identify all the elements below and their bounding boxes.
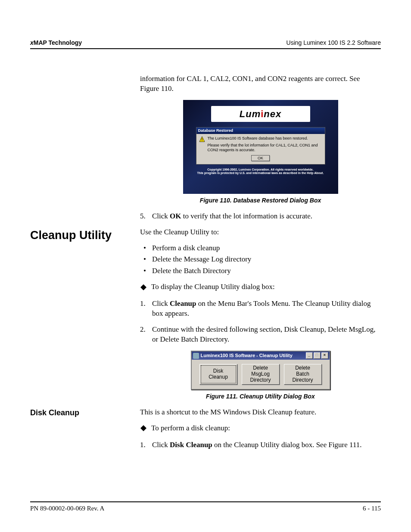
heading-cleanup-utility: Cleanup Utility xyxy=(30,227,140,408)
luminex-logo: Luminex xyxy=(211,106,310,122)
close-button[interactable]: × xyxy=(321,352,328,359)
svg-marker-3 xyxy=(140,425,146,431)
disk-cleanup-lead-in-text: To perform a disk cleanup: xyxy=(151,423,230,433)
cleanup-step-1-bold: Cleanup xyxy=(170,299,196,308)
step-5-bold: OK xyxy=(170,212,181,220)
header-tech-text: MAP Technology xyxy=(34,39,82,46)
delete-batch-button[interactable]: Delete Batch Directory xyxy=(284,364,322,385)
copyright-line-1: Copyright 1996-2002, Luminex Corporation… xyxy=(197,168,324,171)
disk-cleanup-step-1-post: on the Cleanup Utility dialog box. See F… xyxy=(212,441,362,449)
cleanup-bullet-1: Perform a disk cleanup xyxy=(140,243,381,253)
cleanup-step-2-text: Continue with the desired following sect… xyxy=(152,325,375,343)
header-x-italic: x xyxy=(30,39,34,46)
footer-right: 6 - 115 xyxy=(363,504,381,513)
intro-continuation: information for CAL 1, CAL2, CON1, and C… xyxy=(140,74,381,94)
step-5-post: to verify that the lot information is ac… xyxy=(181,212,312,220)
svg-text:!: ! xyxy=(201,137,202,142)
step-5: 5. Click OK to verify that the lot infor… xyxy=(140,212,381,221)
logo-suf: nex xyxy=(264,109,281,119)
disk-cleanup-step-1-bold: Disk Cleanup xyxy=(170,441,212,449)
figure-110-caption: Figure 110. Database Restored Dialog Box xyxy=(140,196,381,205)
disk-cleanup-lead-in: To perform a disk cleanup: xyxy=(140,423,381,433)
splash-copyright: Copyright 1996-2002, Luminex Corporation… xyxy=(197,168,324,174)
disk-cleanup-step-1: 1. Click Disk Cleanup on the Cleanup Uti… xyxy=(140,440,381,450)
procedure-lead-in-text: To display the Cleanup Utility dialog bo… xyxy=(151,282,275,292)
warning-icon: ! xyxy=(199,136,205,142)
diamond-icon xyxy=(140,284,147,291)
procedure-lead-in: To display the Cleanup Utility dialog bo… xyxy=(140,282,381,292)
step-5-number: 5. xyxy=(140,212,146,221)
header-right: Using Luminex 100 IS 2.2 Software xyxy=(286,39,381,47)
delete-msglog-button[interactable]: Delete MsgLog Directory xyxy=(242,364,280,385)
disk-cleanup-intro: This is a shortcut to the MS Windows Dis… xyxy=(140,408,381,417)
running-header: xMAP Technology Using Luminex 100 IS 2.2… xyxy=(30,39,381,49)
copyright-line-2: This program is protected by U.S. and in… xyxy=(197,171,324,175)
delete-msglog-button-label: Delete MsgLog Directory xyxy=(250,365,271,383)
cleanup-bullet-3: Delete the Batch Directory xyxy=(140,266,381,276)
header-tech: xMAP Technology xyxy=(30,39,82,47)
figure-110: Luminex Database Restored ! The Luminex1… xyxy=(140,100,381,194)
dialog-line-1: The Luminex100 IS Software database has … xyxy=(208,136,308,141)
diamond-icon xyxy=(140,425,147,432)
cleanup-step-1: 1. Click Cleanup on the Menu Bar's Tools… xyxy=(140,299,381,319)
disk-cleanup-step-1-num: 1. xyxy=(140,440,146,450)
dialog-line-2: Please verify that the lot information f… xyxy=(208,143,322,152)
figure-111-caption: Figure 111. Cleanup Utility Dialog Box xyxy=(140,392,381,401)
window-title-text: Luminex100 IS Software - Cleanup Utility xyxy=(201,352,293,359)
window-titlebar: Luminex100 IS Software - Cleanup Utility… xyxy=(192,352,330,360)
logo-pre: Lum xyxy=(240,109,261,119)
database-restored-dialog: Database Restored ! The Luminex100 IS So… xyxy=(196,127,325,165)
cleanup-step-2-num: 2. xyxy=(140,325,146,335)
disk-cleanup-button-label: Disk Cleanup xyxy=(209,368,228,380)
app-icon xyxy=(193,353,199,359)
cleanup-utility-window: Luminex100 IS Software - Cleanup Utility… xyxy=(191,351,330,390)
cleanup-step-1-pre: Click xyxy=(152,299,170,308)
running-footer: PN 89-00002-00-069 Rev. A 6 - 115 xyxy=(30,501,381,513)
cleanup-bullet-2: Delete the Message Log directory xyxy=(140,255,381,264)
fig110-splash: Luminex Database Restored ! The Luminex1… xyxy=(183,100,338,194)
step-5-pre: Click xyxy=(152,212,170,220)
cleanup-step-2: 2. Continue with the desired following s… xyxy=(140,325,381,345)
disk-cleanup-step-1-pre: Click xyxy=(152,441,170,449)
svg-marker-2 xyxy=(140,284,146,290)
maximize-button[interactable]: □ xyxy=(314,352,321,359)
disk-cleanup-button[interactable]: Disk Cleanup xyxy=(199,364,237,385)
cleanup-step-1-num: 1. xyxy=(140,299,146,309)
ok-button[interactable]: OK xyxy=(251,155,270,161)
heading-disk-cleanup: Disk Cleanup xyxy=(30,408,140,456)
footer-left: PN 89-00002-00-069 Rev. A xyxy=(30,504,104,513)
cleanup-intro: Use the Cleanup Utility to: xyxy=(140,227,381,237)
dialog-title: Database Restored xyxy=(196,128,325,134)
minimize-button[interactable]: _ xyxy=(306,352,313,359)
delete-batch-button-label: Delete Batch Directory xyxy=(292,365,313,383)
figure-111: Luminex100 IS Software - Cleanup Utility… xyxy=(140,351,381,390)
